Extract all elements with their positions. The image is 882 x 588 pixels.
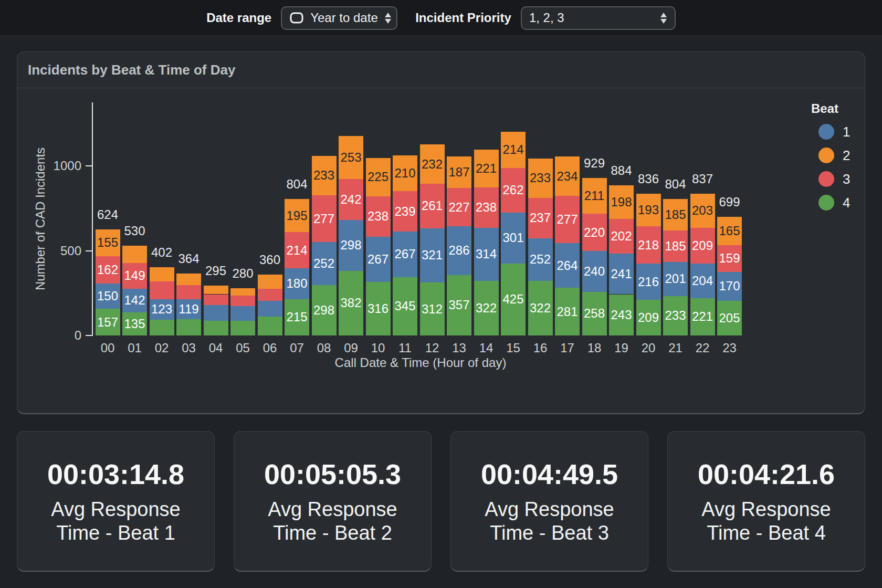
bar-segment-beat-3[interactable]: 202 (609, 219, 634, 253)
bar-segment-beat-4[interactable]: 298 (312, 285, 337, 335)
bar-segment-beat-4[interactable]: 357 (447, 275, 471, 335)
bar-segment-beat-3[interactable]: 149 (122, 263, 147, 288)
date-range-select[interactable]: Year to date (281, 6, 397, 30)
bar-segment-beat-3[interactable]: 218 (636, 226, 661, 263)
bar-segment-beat-2[interactable]: 185 (663, 199, 688, 230)
bar-segment-beat-1[interactable]: 264 (555, 243, 580, 288)
bar-segment-beat-2[interactable] (150, 267, 174, 281)
bar-segment-beat-1[interactable]: 267 (366, 237, 391, 282)
bar-segment-beat-4[interactable]: 312 (420, 282, 445, 335)
bar-segment-beat-3[interactable]: 261 (420, 184, 445, 228)
bar-segment-beat-3[interactable]: 214 (285, 232, 309, 268)
legend-swatch-beat-3[interactable] (818, 171, 834, 187)
bar-segment-beat-1[interactable]: 314 (474, 228, 499, 281)
bar-segment-beat-2[interactable]: 225 (366, 158, 391, 196)
bar-segment-beat-1[interactable]: 204 (690, 264, 715, 298)
bar-segment-beat-4[interactable]: 316 (366, 282, 391, 335)
bar-segment-beat-3[interactable] (230, 296, 255, 306)
bar-segment-beat-1[interactable] (204, 305, 228, 321)
bar-segment-beat-2[interactable]: 221 (474, 150, 499, 187)
bar-segment-beat-3[interactable]: 277 (312, 195, 337, 242)
bar-segment-beat-2[interactable]: 193 (636, 194, 661, 226)
bar-segment-beat-2[interactable] (230, 288, 255, 296)
bar-segment-beat-4[interactable] (150, 320, 174, 335)
bar-segment-beat-4[interactable]: 157 (96, 309, 120, 335)
bar-segment-beat-3[interactable]: 220 (582, 214, 607, 251)
bar-segment-beat-2[interactable] (258, 275, 282, 289)
bar-segment-beat-3[interactable] (204, 295, 228, 305)
bar-segment-beat-4[interactable]: 243 (609, 295, 634, 335)
bar-segment-beat-3[interactable]: 277 (555, 196, 580, 243)
bar-segment-beat-3[interactable] (176, 285, 201, 299)
bar-segment-beat-2[interactable]: 214 (501, 132, 526, 168)
bar-segment-beat-2[interactable]: 233 (312, 156, 337, 195)
legend-label-beat-2[interactable]: 2 (843, 148, 864, 163)
bar-segment-beat-4[interactable] (204, 321, 228, 335)
bar-segment-beat-1[interactable]: 240 (582, 251, 607, 292)
bar-segment-beat-1[interactable]: 321 (420, 228, 445, 283)
bar-segment-beat-3[interactable] (150, 281, 174, 299)
bar-segment-beat-1[interactable]: 241 (609, 254, 634, 295)
bar-segment-beat-1[interactable]: 201 (663, 262, 688, 296)
bar-segment-beat-1[interactable]: 298 (339, 220, 363, 270)
bar-segment-beat-4[interactable]: 135 (122, 312, 147, 335)
bar-segment-beat-2[interactable]: 232 (420, 144, 445, 184)
bar-segment-beat-4[interactable] (230, 321, 255, 335)
bar-segment-beat-3[interactable]: 237 (528, 198, 553, 238)
bar-segment-beat-3[interactable]: 185 (663, 230, 688, 262)
legend-swatch-beat-2[interactable] (818, 148, 834, 163)
legend-swatch-beat-1[interactable] (818, 124, 834, 140)
bar-segment-beat-4[interactable]: 258 (582, 292, 607, 335)
bar-segment-beat-1[interactable]: 170 (717, 272, 742, 301)
bar-segment-beat-1[interactable] (258, 301, 282, 317)
bar-segment-beat-3[interactable]: 242 (339, 179, 363, 220)
bar-segment-beat-4[interactable]: 322 (474, 281, 499, 335)
bar-segment-beat-2[interactable]: 187 (447, 156, 471, 188)
bar-segment-beat-3[interactable]: 209 (690, 228, 715, 264)
bar-segment-beat-4[interactable]: 233 (663, 296, 688, 335)
bar-segment-beat-1[interactable]: 301 (501, 213, 526, 264)
bar-segment-beat-2[interactable]: 165 (717, 217, 742, 245)
bar-segment-beat-3[interactable]: 262 (501, 168, 526, 213)
bar-segment-beat-4[interactable] (258, 317, 282, 335)
bar-segment-beat-1[interactable]: 119 (176, 299, 201, 319)
bar-segment-beat-3[interactable]: 238 (366, 196, 391, 237)
bar-segment-beat-1[interactable]: 180 (285, 268, 309, 299)
bar-segment-beat-4[interactable]: 215 (285, 299, 309, 335)
bar-segment-beat-2[interactable]: 195 (285, 199, 309, 232)
bar-segment-beat-1[interactable] (230, 306, 255, 321)
bar-segment-beat-1[interactable]: 286 (447, 226, 471, 275)
bar-segment-beat-2[interactable]: 198 (609, 185, 634, 219)
bar-segment-beat-1[interactable]: 150 (96, 284, 120, 309)
bar-segment-beat-3[interactable] (258, 289, 282, 301)
legend-swatch-beat-4[interactable] (818, 195, 834, 211)
bar-segment-beat-1[interactable]: 267 (393, 232, 417, 277)
bar-segment-beat-4[interactable]: 382 (339, 271, 363, 335)
bar-segment-beat-4[interactable]: 221 (690, 298, 715, 335)
bar-segment-beat-2[interactable] (204, 286, 228, 295)
legend-label-beat-1[interactable]: 1 (843, 124, 864, 140)
legend-label-beat-3[interactable]: 3 (843, 171, 864, 187)
bar-segment-beat-1[interactable]: 252 (528, 238, 553, 281)
bar-segment-beat-4[interactable]: 205 (717, 301, 742, 335)
bar-segment-beat-4[interactable]: 209 (636, 300, 661, 335)
bar-segment-beat-1[interactable]: 123 (150, 299, 174, 320)
bar-segment-beat-2[interactable]: 210 (393, 155, 417, 191)
bar-segment-beat-4[interactable]: 345 (393, 277, 417, 335)
bar-segment-beat-1[interactable]: 216 (636, 264, 661, 300)
bar-segment-beat-1[interactable]: 252 (312, 242, 337, 285)
incident-priority-select[interactable]: 1, 2, 3 (521, 6, 676, 30)
bar-segment-beat-2[interactable]: 253 (339, 136, 363, 179)
bar-segment-beat-4[interactable]: 322 (528, 281, 553, 335)
bar-segment-beat-3[interactable]: 239 (393, 191, 417, 232)
bar-segment-beat-4[interactable]: 281 (555, 288, 580, 335)
bar-segment-beat-4[interactable]: 425 (501, 264, 526, 335)
bar-segment-beat-3[interactable]: 227 (447, 188, 471, 226)
bar-segment-beat-3[interactable]: 159 (717, 245, 742, 272)
bar-segment-beat-3[interactable]: 162 (96, 256, 120, 284)
bar-segment-beat-3[interactable]: 238 (474, 187, 499, 228)
bar-segment-beat-1[interactable]: 142 (122, 289, 147, 313)
legend-label-beat-4[interactable]: 4 (843, 195, 864, 211)
bar-segment-beat-2[interactable]: 211 (582, 178, 607, 214)
bar-segment-beat-4[interactable] (176, 319, 201, 335)
